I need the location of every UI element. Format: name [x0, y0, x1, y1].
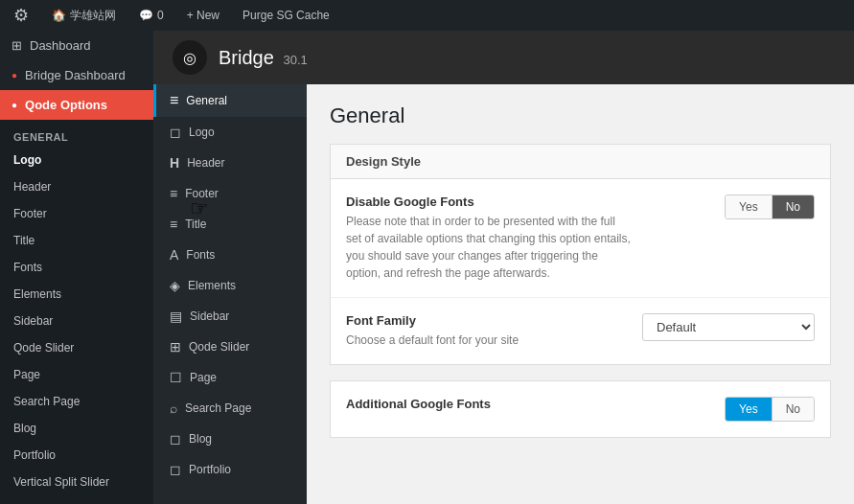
footer-label: Footer — [13, 207, 47, 220]
sub-nav-portfolio[interactable]: Portfolio — [0, 442, 153, 469]
page-label: Page — [13, 368, 40, 381]
comments-icon: 💬 — [139, 9, 153, 22]
dashboard-item[interactable]: ⊞ Dashboard — [0, 31, 153, 60]
additional-google-fonts-label: Additional Google Fonts — [346, 397, 705, 411]
purge-cache-item[interactable]: Purge SG Cache — [237, 0, 335, 31]
general-nav-label: General — [186, 94, 227, 107]
header-nav-label: Header — [187, 156, 224, 170]
new-item[interactable]: + New — [181, 0, 225, 31]
sub-nav-header[interactable]: Header — [0, 173, 153, 200]
qode-nav-fonts[interactable]: A Fonts — [153, 240, 307, 270]
qode-nav-sidebar[interactable]: ▤ Sidebar — [153, 301, 307, 332]
additional-google-fonts-toggle: Yes No — [725, 397, 815, 422]
sub-nav-footer[interactable]: Footer — [0, 200, 153, 227]
qode-options-item[interactable]: ● Qode Options — [0, 90, 153, 120]
disable-google-fonts-yes[interactable]: Yes — [726, 195, 772, 218]
title-label: Title — [13, 234, 35, 247]
design-style-section: Design Style Disable Google Fonts Please… — [330, 144, 831, 365]
sub-nav-elements[interactable]: Elements — [0, 281, 153, 308]
footer-nav-label: Footer — [185, 187, 219, 200]
qode-nav-search-page[interactable]: ⌕ Search Page — [153, 393, 307, 424]
bridge-logo: ◎ — [173, 40, 207, 75]
qode-nav-footer[interactable]: ≡ Footer — [153, 178, 307, 209]
additional-google-fonts-control: Yes No — [725, 397, 815, 422]
blog-label: Blog — [13, 422, 36, 435]
sub-nav-title[interactable]: Title — [0, 227, 153, 254]
new-label: + New — [187, 9, 219, 22]
sub-nav-vertical-split-slider[interactable]: Vertical Split Slider — [0, 469, 153, 495]
qode-nav-title[interactable]: ≡ Title — [153, 209, 307, 240]
elements-label: Elements — [13, 287, 61, 301]
font-family-info: Font Family Choose a default font for yo… — [346, 313, 623, 349]
qode-nav-elements[interactable]: ◈ Elements — [153, 270, 307, 301]
disable-google-fonts-label: Disable Google Fonts — [346, 195, 705, 209]
site-name-item[interactable]: 🏠 学雄站网 — [46, 0, 122, 31]
sub-nav-blog[interactable]: Blog — [0, 415, 153, 442]
logo-nav-icon: ◻ — [170, 125, 181, 140]
sub-nav-page[interactable]: Page — [0, 361, 153, 388]
qode-nav-qode-slider[interactable]: ⊞ Qode Slider — [153, 332, 307, 362]
home-icon: 🏠 — [52, 9, 66, 22]
portfolio-nav-label: Portfolio — [189, 463, 231, 476]
additional-google-fonts-section: Additional Google Fonts Yes No — [330, 380, 831, 438]
comments-item[interactable]: 💬 0 — [133, 0, 170, 31]
bridge-title-text: Bridge — [219, 47, 274, 68]
fonts-label: Fonts — [13, 261, 42, 274]
sidebar-label: Sidebar — [13, 314, 53, 328]
sub-nav-qode-slider[interactable]: Qode Slider — [0, 334, 153, 361]
vertical-split-slider-label: Vertical Split Slider — [13, 475, 109, 489]
font-family-control: Default — [642, 313, 815, 341]
bridge-header: ◎ Bridge 30.1 — [153, 31, 854, 84]
elements-nav-label: Elements — [188, 279, 236, 292]
qode-nav-general[interactable]: ≡ General — [153, 84, 307, 117]
page-nav-icon: ☐ — [170, 370, 182, 385]
fonts-nav-icon: A — [170, 247, 178, 263]
site-name-label: 学雄站网 — [70, 8, 116, 24]
qode-nav-page[interactable]: ☐ Page — [153, 362, 307, 393]
bridge-title-area: Bridge 30.1 — [219, 47, 308, 69]
qode-nav-logo[interactable]: ◻ Logo — [153, 117, 307, 148]
qode-nav-header[interactable]: H Header — [153, 148, 307, 178]
font-family-desc: Choose a default font for your site — [346, 332, 623, 349]
additional-google-fonts-row: Additional Google Fonts Yes No — [331, 381, 830, 437]
general-nav-icon: ≡ — [170, 92, 178, 109]
admin-bar: ⚙ 🏠 学雄站网 💬 0 + New Purge SG Cache — [0, 0, 854, 31]
additional-google-fonts-no[interactable]: No — [772, 398, 814, 421]
sub-nav-social[interactable]: Social — [0, 495, 153, 504]
comments-count: 0 — [157, 9, 164, 22]
header-nav-icon: H — [170, 155, 179, 171]
qode-slider-label: Qode Slider — [13, 341, 74, 355]
additional-google-fonts-yes[interactable]: Yes — [726, 398, 772, 421]
qode-nav-blog[interactable]: ◻ Blog — [153, 424, 307, 454]
blog-nav-label: Blog — [189, 432, 212, 446]
sidebar-nav-label: Sidebar — [190, 309, 229, 323]
sub-nav-fonts[interactable]: Fonts — [0, 254, 153, 281]
wp-logo-item[interactable]: ⚙ — [8, 0, 35, 31]
sub-nav-search-page[interactable]: Search Page — [0, 388, 153, 415]
qode-options-sidebar: ≡ General ◻ Logo H Header ≡ Footer — [153, 84, 307, 504]
disable-google-fonts-info: Disable Google Fonts Please note that in… — [346, 195, 705, 282]
portfolio-label: Portfolio — [13, 448, 56, 462]
qode-options-icon: ● — [12, 100, 17, 110]
sidebar-nav-icon: ▤ — [170, 309, 182, 324]
search-page-nav-icon: ⌕ — [170, 401, 177, 416]
sub-nav-logo[interactable]: Logo — [0, 147, 153, 173]
page-nav-label: Page — [190, 371, 217, 384]
bridge-version-text: 30.1 — [283, 53, 307, 67]
sub-nav-sidebar[interactable]: Sidebar — [0, 308, 153, 334]
content-area: ◎ Bridge 30.1 ≡ General ◻ Logo — [153, 31, 854, 504]
bridge-dashboard-item[interactable]: ● Bridge Dashboard — [0, 60, 153, 90]
search-page-nav-label: Search Page — [185, 401, 251, 415]
qode-options-label: Qode Options — [25, 98, 107, 112]
disable-google-fonts-toggle: Yes No — [725, 195, 815, 219]
font-family-select[interactable]: Default — [642, 313, 815, 341]
header-label: Header — [13, 180, 51, 194]
disable-google-fonts-no[interactable]: No — [772, 195, 814, 218]
title-nav-icon: ≡ — [170, 217, 177, 232]
title-nav-label: Title — [185, 218, 206, 231]
logo-label: Logo — [13, 153, 41, 167]
qode-nav-portfolio[interactable]: ◻ Portfolio — [153, 454, 307, 485]
qode-slider-nav-icon: ⊞ — [170, 339, 181, 355]
wp-sidebar: ⊞ Dashboard ● Bridge Dashboard ● Qode Op… — [0, 31, 153, 504]
elements-nav-icon: ◈ — [170, 278, 180, 293]
